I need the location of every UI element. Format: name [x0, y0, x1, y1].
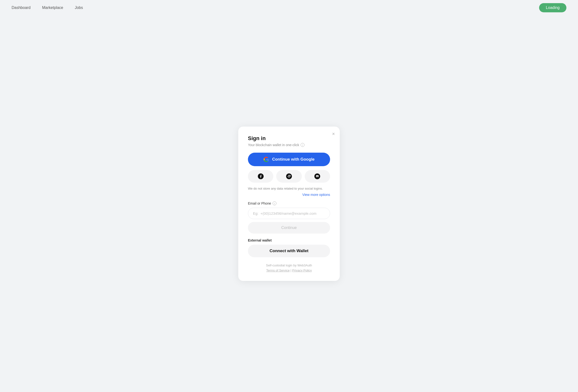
reddit-button[interactable]	[276, 170, 302, 183]
google-signin-button[interactable]: Continue with Google	[248, 153, 330, 166]
view-more-link[interactable]: View more options	[248, 193, 330, 197]
disclaimer-text: We do not store any data related to your…	[248, 186, 330, 191]
main-content: × Sign in Your blockchain wallet in one-…	[0, 15, 578, 392]
svg-point-1	[286, 174, 292, 179]
modal-title: Sign in	[248, 135, 330, 141]
external-wallet-label: External wallet	[248, 238, 330, 242]
modal-footer: Self-custodial login by Web3Auth Terms o…	[248, 263, 330, 273]
connect-wallet-button[interactable]: Connect with Wallet	[248, 245, 330, 257]
email-input[interactable]	[248, 208, 330, 219]
nav-links: Dashboard Marketplace Jobs	[12, 5, 83, 10]
discord-icon	[314, 174, 320, 179]
nav-dashboard[interactable]: Dashboard	[12, 5, 30, 10]
close-button[interactable]: ×	[332, 131, 335, 136]
subtitle-text: Your blockchain wallet in one-click	[248, 143, 299, 147]
footer-powered: Self-custodial login by Web3Auth	[248, 263, 330, 268]
facebook-icon	[258, 174, 264, 179]
email-info-icon[interactable]: i	[273, 201, 276, 205]
navigation: Dashboard Marketplace Jobs Loading	[0, 0, 578, 15]
signin-modal: × Sign in Your blockchain wallet in one-…	[238, 127, 340, 281]
discord-button[interactable]	[305, 170, 330, 183]
footer-links: Terms of Service | Privacy Policy	[248, 268, 330, 273]
google-g-icon	[263, 157, 269, 162]
continue-button[interactable]: Continue	[248, 222, 330, 234]
reddit-icon	[286, 174, 292, 179]
nav-marketplace[interactable]: Marketplace	[42, 5, 63, 10]
terms-of-service-link[interactable]: Terms of Service	[266, 268, 290, 272]
loading-button[interactable]: Loading	[539, 3, 566, 12]
google-button-label: Continue with Google	[272, 157, 315, 162]
nav-jobs[interactable]: Jobs	[75, 5, 83, 10]
email-field-label: Email or Phone i	[248, 201, 330, 205]
privacy-policy-link[interactable]: Privacy Policy	[292, 268, 312, 272]
info-icon[interactable]: i	[301, 143, 304, 147]
facebook-button[interactable]	[248, 170, 273, 183]
modal-subtitle: Your blockchain wallet in one-click i	[248, 143, 330, 147]
social-buttons-row	[248, 170, 330, 183]
